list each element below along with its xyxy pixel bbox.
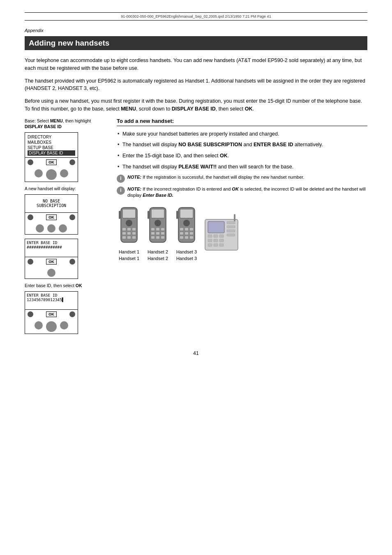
nav-left-1 [35,169,43,177]
screen4-line1: ENTER BASE ID [27,293,76,297]
menu-item-display-base-id: DISPLAY BASE ID [28,150,75,156]
ok-btn-3[interactable]: OK [46,259,57,265]
svg-rect-34 [190,232,193,235]
bullet-list: Make sure your handset batteries are pro… [117,130,367,171]
nav-left-4 [35,321,43,329]
menu-item-setup-base: SETUP BASE [28,145,75,150]
phone-nav-2 [25,222,78,234]
svg-rect-45 [214,239,218,242]
svg-rect-9 [122,236,126,239]
subcaption-2: Enter base ID, then select OK [25,283,107,288]
svg-rect-20 [156,232,159,235]
note-text-1: NOTE: If the registration is successful,… [127,174,304,180]
svg-rect-6 [122,232,126,235]
right-soft-btn-4[interactable] [69,311,75,317]
note-box-1: i NOTE: If the registration is successfu… [117,174,367,183]
to-add-title: To add a new handset: [117,118,367,126]
nav-center-1 [46,169,57,180]
paragraph-1: Your telephone can accommodate up to eig… [25,57,367,72]
svg-rect-43 [219,235,224,237]
phone-nav-4 [25,319,78,334]
svg-rect-47 [208,244,212,246]
label-h1: Handset 1 [117,256,141,261]
screen4-line2: 123456789012345▌ [27,297,76,302]
handset-label-2: Handset 2 [148,249,168,254]
svg-rect-46 [219,239,224,242]
note-box-2: i NOTE: If the incorrect registration ID… [117,186,367,199]
phone-screen-2: NO BASE SUBSCRIPTION [25,195,78,213]
handset-svg-1 [117,207,141,248]
handset-item-1: Handset 1 [117,207,141,254]
phone-nav-1 [25,167,78,182]
bullet-2: The handset will display NO BASE SUBSCRI… [117,141,367,149]
note-icon-2: i [117,187,125,195]
nav-right-4 [60,321,68,329]
svg-point-2 [126,220,132,226]
svg-rect-48 [214,244,218,246]
right-soft-btn-3[interactable] [69,259,75,265]
svg-rect-36 [185,236,188,239]
svg-rect-1 [122,209,136,218]
svg-rect-12 [119,211,120,219]
right-soft-btn-1[interactable] [69,159,75,165]
paragraph-2: The handset provided with your EP5962 is… [25,77,367,93]
phone-buttons-2: OK [25,213,78,222]
handset-item-2: Handset 2 [145,207,170,254]
paragraph-3: Before using a new handset, you must fir… [25,97,367,113]
appendix-label: Appendix [25,28,367,33]
phone-mockup-3: ENTER BASE ID ############### OK [25,239,78,279]
svg-rect-17 [156,228,159,230]
caption-1: Base: Select MENU, then highlight DISPLA… [25,118,107,130]
svg-rect-40 [208,221,224,233]
base-svg [203,213,240,254]
phone-buttons-1: OK [25,158,78,167]
svg-rect-4 [127,228,131,230]
ok-btn-1[interactable]: OK [46,159,57,165]
nav-right-1 [60,169,68,177]
handset-svg-2 [145,207,170,248]
left-soft-btn-4[interactable] [28,311,33,317]
svg-point-28 [183,220,190,226]
svg-rect-35 [180,236,183,239]
menu-item-directory: DIRECTORY [28,134,75,140]
two-col-section: Base: Select MENU, then highlight DISPLA… [25,118,367,338]
phone-screen-1: DIRECTORY MAILBOXES SETUP BASE DISPLAY B… [25,133,78,158]
svg-rect-16 [151,228,154,230]
file-bar: 91-000302-050-000_EP5962Englishmanual_Se… [25,12,367,21]
bullet-1: Make sure your handset batteries are pro… [117,130,367,138]
svg-rect-33 [185,232,188,235]
svg-rect-14 [151,209,164,218]
base-unit [203,213,240,254]
left-soft-btn-3[interactable] [28,259,33,265]
svg-rect-18 [161,228,164,230]
file-bar-text: 91-000302-050-000_EP5962Englishmanual_Se… [121,14,271,18]
svg-rect-11 [132,236,136,239]
screen3-line2: ############### [27,245,76,249]
svg-rect-29 [180,228,183,230]
svg-rect-8 [132,232,136,235]
nav-left-2 [36,224,44,233]
svg-rect-22 [151,236,154,239]
svg-rect-5 [132,228,136,230]
ok-btn-4[interactable]: OK [46,311,57,317]
nav-center-2 [47,224,55,233]
svg-rect-3 [122,228,126,230]
svg-rect-53 [227,234,235,236]
phone-screen-4: ENTER BASE ID 123456789012345▌ [25,292,78,310]
page-number: 41 [25,350,367,364]
svg-rect-31 [190,228,193,230]
svg-rect-49 [219,244,224,246]
phone-mockup-1: DIRECTORY MAILBOXES SETUP BASE DISPLAY B… [25,132,78,182]
label-h3: Handset 3 [174,256,199,261]
svg-rect-27 [180,209,193,218]
svg-rect-19 [151,232,154,235]
ok-btn-2[interactable]: OK [46,214,57,220]
right-soft-btn-2[interactable] [69,214,75,220]
phone-mockup-4: ENTER BASE ID 123456789012345▌ OK [25,291,78,334]
bullet-4: The handset will display PLEASE WAIT!! a… [117,163,367,171]
left-soft-btn-1[interactable] [28,159,33,165]
nav-right-2 [59,224,67,233]
phone-mockup-2: NO BASE SUBSCRIPTION OK [25,194,78,235]
left-soft-btn-2[interactable] [28,214,33,220]
label-h2: Handset 2 [145,256,170,261]
